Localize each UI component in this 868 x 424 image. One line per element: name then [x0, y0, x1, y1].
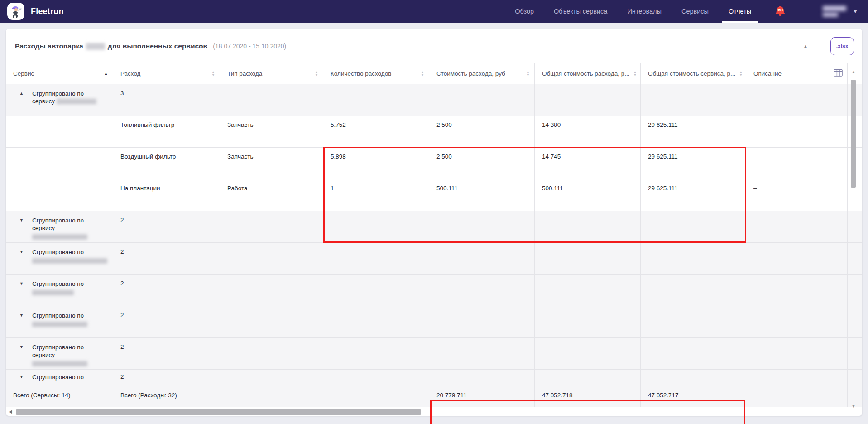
group-name-redacted	[32, 361, 87, 366]
cell-empty	[641, 84, 746, 116]
cell-description: –	[746, 116, 848, 147]
cell-expense-type: Запчасть	[220, 148, 323, 179]
sort-both-icon: ▲▼	[311, 71, 318, 77]
sort-both-icon: ▲▼	[523, 71, 530, 77]
column-header-label: Тип расхода	[227, 70, 262, 77]
cell-expense-cost: 2 500	[429, 148, 535, 179]
notifications-bell-icon[interactable]: 99+	[773, 4, 787, 19]
cell-expense-name: Воздушный фильтр	[113, 148, 220, 179]
nav-item-intervals[interactable]: Интервалы	[617, 0, 671, 23]
cell-empty	[323, 84, 429, 116]
expand-group-icon[interactable]: ▼	[19, 345, 25, 349]
column-header-label: Общая стоимость расхода, р...	[542, 70, 629, 77]
h-scroll-left-icon[interactable]: ◀	[9, 409, 12, 414]
cell-empty	[746, 338, 848, 369]
cell-empty	[641, 243, 746, 274]
v-scroll-down-icon[interactable]: ▼	[849, 404, 858, 409]
expand-group-icon[interactable]: ▼	[19, 218, 25, 222]
brand-name: Fleetrun	[31, 7, 64, 16]
table-group-row: ▼Сгруппировано по2	[6, 370, 862, 383]
cell-service-group: ▼Сгруппировано по сервису	[6, 338, 113, 369]
column-header-7[interactable]: Общая стоимость сервиса, р...▲▼	[641, 63, 746, 84]
report-title: Расходы автопаркадля выполненных сервисо…	[15, 42, 286, 50]
group-name-redacted	[32, 234, 87, 240]
cell-empty	[220, 306, 323, 337]
sort-both-icon: ▲▼	[417, 71, 424, 77]
cell-service-group: ▼Сгруппировано по сервису	[6, 211, 113, 242]
user-name-redacted	[823, 6, 846, 17]
totals-expense-sum: 47 052.718	[535, 383, 641, 407]
cell-expense-total: 14 380	[535, 116, 641, 147]
cell-empty	[535, 84, 641, 116]
v-scroll-thumb[interactable]	[851, 80, 856, 188]
cell-expense-cost: 500.111	[429, 179, 535, 211]
cell-empty	[6, 179, 113, 211]
cell-expense-qty: 1	[323, 179, 429, 211]
cell-empty	[220, 243, 323, 274]
expand-group-icon[interactable]: ▼	[19, 313, 25, 318]
column-header-6[interactable]: Общая стоимость расхода, р...▲▼	[535, 63, 641, 84]
group-label: Сгруппировано по	[32, 248, 100, 264]
nav-item-service-objects[interactable]: Объекты сервиса	[544, 0, 617, 23]
cell-service-total: 29 625.111	[641, 148, 746, 179]
sort-both-icon: ▲▼	[629, 71, 637, 77]
collapse-report-button[interactable]: ▲	[797, 38, 814, 54]
cell-expense-total: 500.111	[535, 179, 641, 211]
h-scroll-thumb[interactable]	[16, 409, 421, 415]
cell-empty	[535, 243, 641, 274]
group-name-redacted	[57, 99, 96, 104]
column-header-4[interactable]: Количество расходов▲▼	[323, 63, 429, 84]
toolbar-divider	[822, 38, 822, 55]
report-table-body: ▲Сгруппировано по сервису3Топливный филь…	[6, 84, 862, 383]
column-header-label: Сервис	[13, 70, 34, 77]
table-header-row: Сервис▲Расход▲▼Тип расхода▲▼Количество р…	[6, 63, 862, 84]
cell-service-group: ▼Сгруппировано по	[6, 275, 113, 306]
cell-empty	[641, 275, 746, 306]
column-header-2[interactable]: Расход▲▼	[113, 63, 220, 84]
totals-cost-sum: 20 779.711	[429, 383, 535, 407]
cell-empty	[220, 275, 323, 306]
cell-expense-qty: 5.752	[323, 116, 429, 147]
cell-expense-count: 3	[113, 84, 220, 116]
cell-empty	[220, 211, 323, 242]
nav-item-reports[interactable]: Отчеты	[719, 0, 761, 23]
column-settings-icon[interactable]	[834, 69, 843, 78]
expand-group-icon[interactable]: ▼	[19, 375, 25, 379]
cell-expense-count: 2	[113, 338, 220, 369]
cell-service-group: ▼Сгруппировано по	[6, 243, 113, 274]
group-label: Сгруппировано по сервису	[32, 343, 100, 366]
cell-empty	[220, 338, 323, 369]
column-header-8[interactable]: Описание	[746, 63, 848, 84]
expand-group-icon[interactable]: ▼	[19, 250, 25, 254]
cell-expense-qty: 5.898	[323, 148, 429, 179]
nav-item-services[interactable]: Сервисы	[671, 0, 719, 23]
column-header-5[interactable]: Стоимость расхода, руб▲▼	[429, 63, 535, 84]
bell-icon	[773, 4, 787, 19]
column-header-1[interactable]: Сервис▲	[6, 63, 113, 84]
column-header-label: Общая стоимость сервиса, р...	[648, 70, 735, 77]
cell-service-total: 29 625.111	[641, 179, 746, 211]
collapse-group-icon[interactable]: ▲	[19, 91, 25, 96]
cell-empty	[429, 370, 535, 383]
group-label: Сгруппировано по	[32, 280, 100, 295]
table-data-row: Топливный фильтрЗапчасть5.7522 50014 380…	[6, 116, 862, 148]
cell-empty	[746, 275, 848, 306]
group-name-redacted	[32, 290, 74, 295]
report-title-part2: для выполненных сервисов	[108, 42, 207, 50]
nav-item-overview[interactable]: Обзор	[505, 0, 544, 23]
main-nav: Обзор Объекты сервиса Интервалы Сервисы …	[505, 0, 761, 23]
fleetrun-logo-icon[interactable]	[7, 3, 24, 20]
table-group-row: ▼Сгруппировано по сервису2	[6, 211, 862, 243]
column-header-3[interactable]: Тип расхода▲▼	[220, 63, 323, 84]
expand-group-icon[interactable]: ▼	[19, 281, 25, 286]
cell-service-group: ▲Сгруппировано по сервису	[6, 84, 113, 116]
v-scroll-up-icon[interactable]: ▲	[849, 70, 858, 74]
user-menu[interactable]: ▼	[823, 6, 858, 17]
export-xlsx-button[interactable]: .xlsx	[830, 37, 854, 55]
report-toolbar: Расходы автопаркадля выполненных сервисо…	[6, 29, 862, 63]
report-table: Сервис▲Расход▲▼Тип расхода▲▼Количество р…	[6, 63, 862, 407]
cell-empty	[746, 243, 848, 274]
cell-expense-type: Работа	[220, 179, 323, 211]
cell-empty	[535, 275, 641, 306]
cell-empty	[323, 243, 429, 274]
